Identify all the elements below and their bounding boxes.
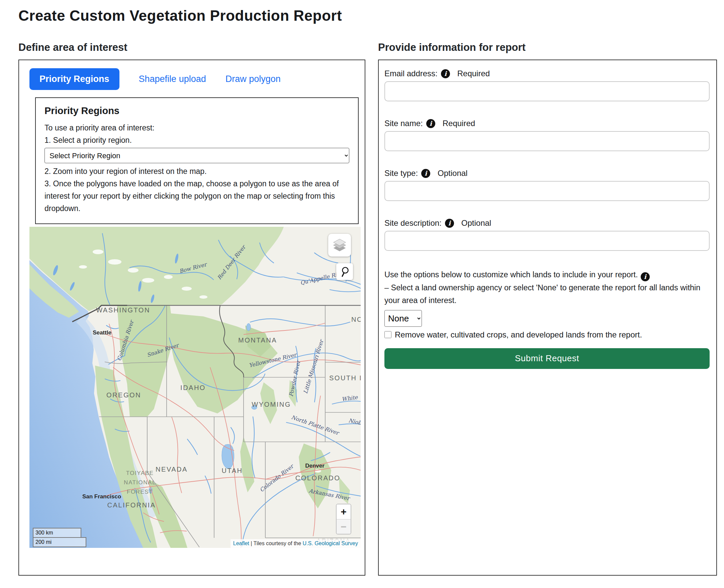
map-label-forest-line2: NATIONAL bbox=[124, 479, 156, 486]
email-label: Email address: bbox=[385, 69, 438, 78]
site-type-label: Site type: bbox=[385, 169, 418, 178]
leaflet-link[interactable]: Leaflet bbox=[233, 541, 249, 546]
site-name-label: Site name: bbox=[385, 119, 423, 128]
site-type-optional-text: Optional bbox=[438, 169, 468, 178]
site-description-input[interactable] bbox=[385, 231, 710, 251]
tab-draw-polygon[interactable]: Draw polygon bbox=[226, 74, 281, 84]
map-label-city-denver: Denver bbox=[305, 463, 325, 469]
site-description-optional-text: Optional bbox=[461, 218, 491, 228]
site-name-info-icon[interactable]: i bbox=[426, 119, 435, 128]
instructions-step3: 3. Once the polygons have loaded on the … bbox=[44, 177, 349, 215]
map-search-control[interactable] bbox=[336, 263, 353, 280]
map-label-state-oregon: OREGON bbox=[106, 391, 141, 399]
land-options-line1: Use the options below to customize which… bbox=[385, 270, 638, 279]
land-options-paragraph: Use the options below to customize which… bbox=[385, 268, 710, 307]
map-label-state-washington: WASHINGTON bbox=[96, 307, 150, 314]
map-zoom-control: + − bbox=[336, 504, 351, 534]
map-canvas: ARIZONA WASHINGTON MONTANA OREGON IDAHO … bbox=[29, 227, 361, 548]
zoom-out-button[interactable]: − bbox=[336, 519, 351, 534]
map-label-state-south-dakota: SOUTH D bbox=[329, 374, 361, 382]
priority-region-select[interactable]: Select Priority Region bbox=[44, 148, 349, 163]
site-description-field-group: Site description: i Optional bbox=[385, 218, 710, 251]
map-label-forest-line3: FOREST bbox=[127, 489, 153, 495]
tab-priority-regions[interactable]: Priority Regions bbox=[29, 68, 120, 90]
instructions-intro: To use a priority area of interest: bbox=[44, 122, 349, 134]
scale-miles: 200 mi bbox=[33, 537, 86, 547]
email-input[interactable] bbox=[385, 81, 710, 101]
page: Create Custom Vegetation Production Repo… bbox=[0, 0, 724, 588]
map-label-state-utah: UTAH bbox=[222, 467, 243, 474]
site-description-info-icon[interactable]: i bbox=[445, 219, 454, 228]
tab-shapefile-upload[interactable]: Shapefile upload bbox=[139, 74, 206, 84]
email-required-text: Required bbox=[457, 69, 490, 78]
instructions-step2: 2. Zoom into your region of interest on … bbox=[44, 165, 349, 177]
map-label-state-nevada: NEVADA bbox=[156, 466, 188, 473]
site-name-required-text: Required bbox=[442, 119, 475, 128]
report-info-section: Provide information for report Email add… bbox=[378, 41, 717, 575]
zoom-in-button[interactable]: + bbox=[336, 504, 351, 519]
usgs-link[interactable]: U.S. Geological Survey bbox=[303, 541, 358, 546]
map-label-state-wyoming: WYOMING bbox=[252, 401, 291, 408]
scale-kilometers: 300 km bbox=[33, 528, 81, 537]
map-scale-control: 300 km 200 mi bbox=[33, 528, 86, 547]
submit-request-button[interactable]: Submit Request bbox=[385, 348, 710, 369]
land-ownership-agency-select[interactable]: None bbox=[385, 310, 422, 327]
map-label-city-san-francisco: San Francisco bbox=[82, 493, 121, 500]
map-label-state-california: CALIFORNIA bbox=[107, 501, 156, 509]
priority-regions-instructions: Priority Regions To use a priority area … bbox=[35, 97, 359, 224]
search-icon bbox=[339, 266, 350, 277]
map-label-state-idaho: IDAHO bbox=[180, 384, 206, 391]
map-label-state-montana: MONTANA bbox=[238, 336, 277, 344]
site-type-input[interactable] bbox=[385, 181, 710, 201]
map-label-forest-line1: TOIYABE bbox=[126, 470, 154, 476]
area-of-interest-card: Priority Regions Shapefile upload Draw p… bbox=[18, 60, 365, 575]
report-info-heading: Provide information for report bbox=[378, 41, 717, 54]
map-label-state-colorado: COLORADO bbox=[295, 474, 340, 482]
leaflet-map[interactable]: ARIZONA WASHINGTON MONTANA OREGON IDAHO … bbox=[29, 227, 361, 548]
land-options-info-icon[interactable]: i bbox=[641, 272, 650, 281]
remove-lands-checkbox-row: Remove water, cultivated crops, and deve… bbox=[385, 330, 710, 339]
site-description-label: Site description: bbox=[385, 218, 442, 228]
land-options-line2: – Select a land ownership agency or sele… bbox=[385, 283, 700, 305]
instructions-step1: 1. Select a priority region. bbox=[44, 134, 349, 147]
report-info-card: Email address: i Required Site name: i R… bbox=[378, 60, 717, 575]
map-attribution: Leaflet | Tiles courtesy of the U.S. Geo… bbox=[230, 539, 361, 548]
site-name-input[interactable] bbox=[385, 131, 710, 151]
attribution-text: | Tiles courtesy of the bbox=[249, 541, 303, 546]
map-label-city-seattle: Seattle bbox=[93, 330, 111, 336]
area-of-interest-section: Define area of interest Priority Regions… bbox=[18, 41, 365, 575]
email-field-group: Email address: i Required bbox=[385, 69, 710, 101]
map-label-state-north-dakota: NO bbox=[351, 316, 361, 323]
tab-bar: Priority Regions Shapefile upload Draw p… bbox=[29, 68, 360, 90]
remove-lands-checkbox-label: Remove water, cultivated crops, and deve… bbox=[395, 330, 642, 339]
map-layers-control[interactable] bbox=[328, 234, 351, 256]
site-name-field-group: Site name: i Required bbox=[385, 119, 710, 151]
page-title: Create Custom Vegetation Production Repo… bbox=[18, 7, 716, 24]
email-info-icon[interactable]: i bbox=[441, 69, 450, 78]
area-of-interest-heading: Define area of interest bbox=[18, 41, 365, 54]
site-type-field-group: Site type: i Optional bbox=[385, 169, 710, 201]
instructions-title: Priority Regions bbox=[44, 105, 349, 117]
site-type-info-icon[interactable]: i bbox=[421, 169, 430, 178]
remove-lands-checkbox[interactable] bbox=[385, 331, 391, 338]
layers-icon bbox=[331, 236, 348, 254]
